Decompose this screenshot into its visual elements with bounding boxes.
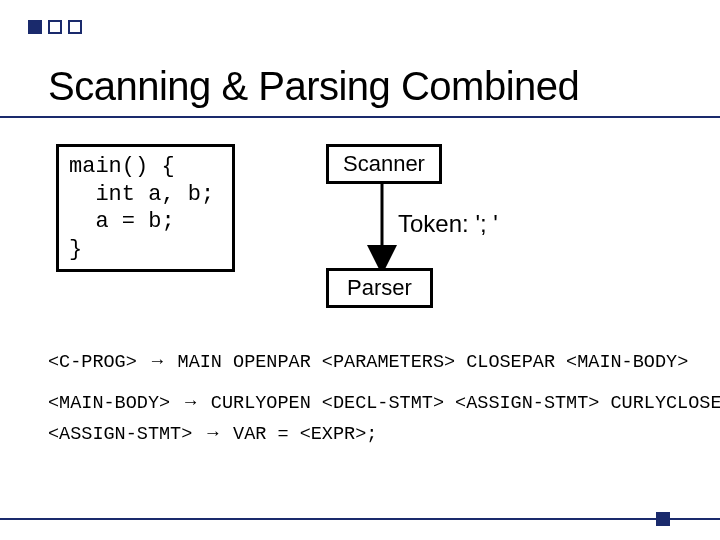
grammar-rules: <C-PROG> → MAIN OPENPAR <PARAMETERS> CLO… xyxy=(48,348,720,460)
grammar-rule-1: <C-PROG> → MAIN OPENPAR <PARAMETERS> CLO… xyxy=(48,348,720,377)
rule-lhs: <MAIN-BODY> xyxy=(48,393,170,414)
arrow-icon: → xyxy=(203,422,222,443)
source-code-box: main() { int a, b; a = b; } xyxy=(56,144,235,272)
slide-bullet-decor xyxy=(28,20,82,34)
arrow-icon: → xyxy=(148,350,167,371)
decor-square xyxy=(28,20,42,34)
token-label: Token: '; ' xyxy=(398,210,498,238)
rule-rhs: VAR = <EXPR>; xyxy=(233,424,377,445)
decor-square xyxy=(68,20,82,34)
title-underline xyxy=(0,116,720,118)
rule-lhs: <ASSIGN-STMT> xyxy=(48,424,192,445)
slide-title: Scanning & Parsing Combined xyxy=(48,64,579,109)
grammar-rule-2: <MAIN-BODY> → CURLYOPEN <DECL-STMT> <ASS… xyxy=(48,389,720,418)
grammar-rule-3: <ASSIGN-STMT> → VAR = <EXPR>; xyxy=(48,420,720,449)
footer-line xyxy=(0,518,720,520)
decor-square xyxy=(48,20,62,34)
rule-rhs: CURLYOPEN <DECL-STMT> <ASSIGN-STMT> CURL… xyxy=(211,393,720,414)
arrow-scanner-to-parser xyxy=(370,182,400,272)
scanner-box: Scanner xyxy=(326,144,442,184)
rule-rhs: MAIN OPENPAR <PARAMETERS> CLOSEPAR <MAIN… xyxy=(178,352,689,373)
rule-lhs: <C-PROG> xyxy=(48,352,137,373)
arrow-icon: → xyxy=(181,391,200,412)
footer-square-decor xyxy=(656,512,670,526)
parser-box: Parser xyxy=(326,268,433,308)
